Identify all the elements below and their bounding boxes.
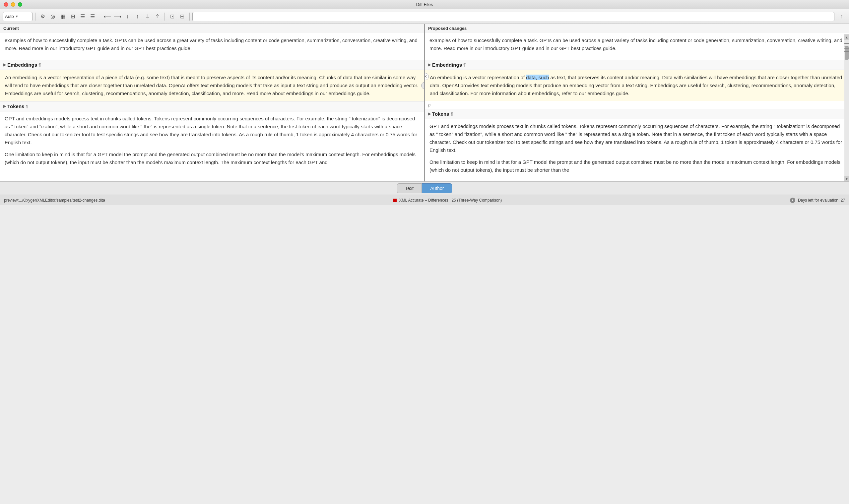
close-button[interactable]	[4, 2, 8, 7]
expand-arrow-icon: ▶	[3, 63, 6, 67]
mode-label: Auto	[5, 14, 14, 19]
format-button[interactable]: ◎	[48, 12, 57, 21]
tokens-expand-arrow-icon: ▶	[3, 104, 6, 108]
right-panel: Proposed changes examples of how to succ…	[425, 24, 849, 181]
left-tokens-heading[interactable]: ▶ Tokens ¶	[0, 101, 424, 111]
right-embeddings-heading[interactable]: ▶ Embeddings ¶	[425, 60, 849, 70]
nav-down-alt-button[interactable]: ⇓	[143, 12, 152, 21]
right-tokens-heading[interactable]: ▶ Tokens ¶	[425, 109, 849, 119]
right-tokens-pilcrow-icon: ¶	[450, 111, 453, 116]
tick-3	[844, 49, 849, 49]
compare-button[interactable]: ▦	[58, 12, 67, 21]
align-left-button[interactable]: ☰	[78, 12, 87, 21]
right-panel-content: examples of how to successfully complete…	[425, 33, 849, 181]
expand-button[interactable]: ⊡	[167, 12, 177, 21]
eval-text: Days left for evaluation: 27	[798, 198, 845, 203]
right-tokens-expand-arrow-icon: ▶	[428, 112, 431, 116]
view-button[interactable]: ⊞	[68, 12, 77, 21]
more-group: ⊡ ⊟	[167, 12, 187, 21]
title-bar: Diff Files	[0, 0, 849, 9]
separator-3	[164, 13, 165, 21]
left-panel: Current examples of how to successfully …	[0, 24, 425, 181]
separator-4	[189, 13, 190, 21]
right-scroll-content: examples of how to successfully complete…	[425, 33, 849, 181]
nav-up-alt-button[interactable]: ⇑	[152, 12, 162, 21]
left-scroll-content: examples of how to successfully complete…	[0, 33, 424, 174]
diff-merge-icon[interactable]: ●	[421, 82, 424, 89]
settings-group: ⚙ ◎ ▦ ⊞ ☰ ☰	[38, 12, 97, 21]
right-embeddings-changed: ✕ An embedding is a vector representatio…	[425, 70, 849, 101]
tick-4	[844, 51, 849, 52]
search-input[interactable]	[192, 12, 834, 21]
right-embeddings-text: An embedding is a vector representation …	[430, 75, 842, 96]
left-intro-text: examples of how to successfully complete…	[0, 33, 424, 60]
panels-row: Current examples of how to successfully …	[0, 24, 849, 181]
search-go-button[interactable]: ↑	[837, 12, 846, 21]
status-middle: XML Accurate – Differences : 25 (Three-W…	[110, 198, 785, 203]
right-expand-arrow-icon: ▶	[428, 63, 431, 67]
bottom-tabs: Text Author	[0, 181, 849, 195]
pilcrow-icon: ¶	[38, 62, 41, 67]
status-right: i Days left for evaluation: 27	[790, 198, 845, 203]
mode-select[interactable]: Auto ▼	[3, 12, 33, 21]
nav-up-button[interactable]: ↑	[133, 12, 142, 21]
align-right-button[interactable]: ☰	[88, 12, 97, 21]
status-left: preview:.../OxygenXMLEditor/samples/test…	[4, 198, 105, 203]
status-error-icon	[393, 199, 397, 202]
nav-down-button[interactable]: ↓	[123, 12, 132, 21]
nav-left-button[interactable]: ⟵	[103, 12, 112, 21]
left-panel-header: Current	[0, 24, 424, 33]
tick-2	[844, 46, 849, 47]
minimize-button[interactable]	[11, 2, 15, 7]
left-tokens-text: GPT and embeddings models process text i…	[0, 111, 424, 174]
window-title: Diff Files	[416, 2, 433, 7]
toolbar: Auto ▼ ⚙ ◎ ▦ ⊞ ☰ ☰ ⟵ ⟶ ↓ ↑ ⇓ ⇑ ⊡ ⊟ ↑	[0, 9, 849, 24]
right-intro-text: examples of how to successfully complete…	[425, 33, 849, 60]
separator-2	[100, 13, 100, 21]
settings-button[interactable]: ⚙	[38, 12, 48, 21]
nav-right-button[interactable]: ⟶	[113, 12, 122, 21]
scroll-down-button[interactable]: ▼	[844, 176, 849, 181]
tick-1	[844, 43, 849, 44]
diff-status: XML Accurate – Differences : 25 (Three-W…	[399, 198, 502, 203]
status-bar: preview:.../OxygenXMLEditor/samples/test…	[0, 195, 849, 205]
right-tokens-text: GPT and embeddings models process text i…	[425, 119, 849, 181]
scroll-track[interactable]	[844, 40, 849, 176]
file-path: preview:.../OxygenXMLEditor/samples/test…	[4, 198, 105, 203]
collapse-button[interactable]: ⊟	[177, 12, 187, 21]
left-panel-content: examples of how to successfully complete…	[0, 33, 424, 181]
maximize-button[interactable]	[18, 2, 22, 7]
scroll-up-button[interactable]: ▲	[844, 35, 849, 40]
window-controls[interactable]	[4, 2, 22, 7]
left-embeddings-changed: An embedding is a vector representation …	[0, 70, 424, 101]
mode-selector-group: Auto ▼	[3, 12, 33, 21]
diff-close-icon[interactable]: ✕	[425, 73, 429, 80]
info-icon: i	[790, 198, 795, 203]
nav-group: ⟵ ⟶ ↓ ↑ ⇓ ⇑	[103, 12, 162, 21]
right-pilcrow-icon: ¶	[463, 62, 466, 67]
right-scrollbar[interactable]: ▲ ▼	[844, 34, 849, 181]
text-tab[interactable]: Text	[397, 183, 422, 193]
chevron-down-icon: ▼	[15, 15, 19, 18]
p-tag-indicator: p	[425, 101, 849, 109]
author-tab[interactable]: Author	[422, 183, 452, 193]
left-embeddings-heading[interactable]: ▶ Embeddings ¶	[0, 60, 424, 70]
tokens-pilcrow-icon: ¶	[25, 104, 28, 109]
right-panel-header: Proposed changes	[425, 24, 849, 33]
highlight-data: data, such	[526, 75, 549, 80]
